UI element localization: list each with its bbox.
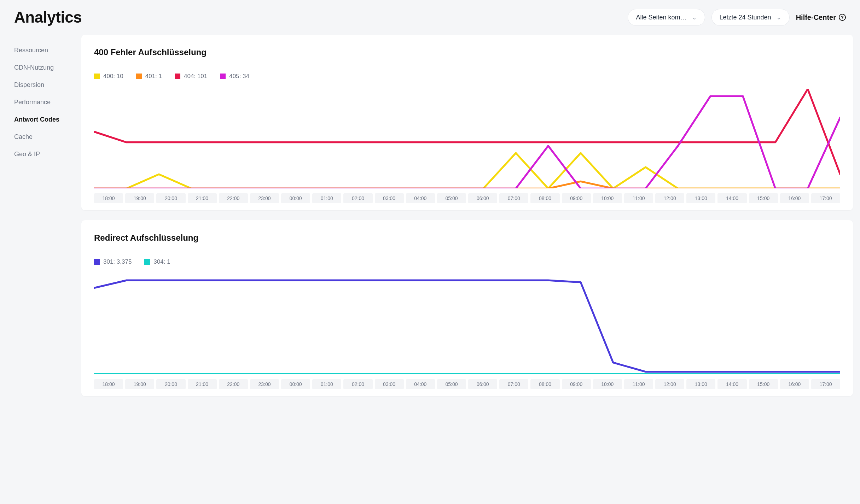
sidebar-item-ressourcen[interactable]: Ressourcen (14, 42, 71, 59)
chevron-down-icon: ⌄ (692, 13, 697, 21)
x-tick: 13:00 (686, 193, 715, 203)
time-filter-dropdown[interactable]: Letzte 24 Stunden ⌄ (711, 9, 790, 26)
x-tick: 00:00 (281, 193, 310, 203)
x-tick: 09:00 (562, 379, 591, 389)
chart-plot-area: 18:0019:0020:0021:0022:0023:0000:0001:00… (94, 275, 840, 389)
x-tick: 03:00 (375, 379, 404, 389)
x-tick: 13:00 (686, 379, 715, 389)
x-tick: 10:00 (593, 193, 622, 203)
x-tick: 05:00 (437, 379, 466, 389)
chevron-down-icon: ⌄ (776, 13, 781, 21)
x-tick: 16:00 (780, 379, 809, 389)
legend-label: 401: 1 (145, 73, 162, 80)
main-content: 400 Fehler Aufschlüsselung 400: 10401: 1… (81, 35, 853, 396)
question-icon: ? (839, 14, 846, 21)
chart-title: 400 Fehler Aufschlüsselung (94, 47, 840, 57)
x-tick: 15:00 (749, 379, 778, 389)
x-tick: 01:00 (312, 193, 341, 203)
x-tick: 22:00 (219, 379, 248, 389)
x-tick: 15:00 (749, 193, 778, 203)
sidebar-item-cache[interactable]: Cache (14, 128, 71, 146)
x-tick: 06:00 (468, 193, 497, 203)
chart-card-400-errors: 400 Fehler Aufschlüsselung 400: 10401: 1… (81, 35, 853, 210)
x-tick: 18:00 (94, 193, 123, 203)
page-title: Analytics (14, 8, 82, 26)
help-center-link[interactable]: Hilfe-Center ? (796, 13, 846, 22)
sidebar-item-antwort-codes[interactable]: Antwort Codes (14, 111, 71, 128)
legend-label: 404: 101 (184, 73, 207, 80)
legend-swatch (220, 74, 226, 79)
x-tick: 14:00 (717, 379, 746, 389)
sidebar-item-cdn-nutzung[interactable]: CDN-Nutzung (14, 59, 71, 76)
x-tick: 14:00 (717, 193, 746, 203)
legend-label: 405: 34 (229, 73, 249, 80)
chart-title: Redirect Aufschlüsselung (94, 233, 840, 243)
x-tick: 10:00 (593, 379, 622, 389)
x-tick: 07:00 (499, 379, 528, 389)
x-tick: 21:00 (188, 193, 217, 203)
x-tick: 12:00 (655, 379, 684, 389)
x-tick: 05:00 (437, 193, 466, 203)
legend-label: 301: 3,375 (103, 258, 132, 265)
legend-swatch (136, 74, 142, 79)
chart-legend: 400: 10401: 1404: 101405: 34 (94, 73, 840, 80)
sidebar: RessourcenCDN-NutzungDispersionPerforman… (7, 35, 74, 396)
x-axis: 18:0019:0020:0021:0022:0023:0000:0001:00… (94, 193, 840, 203)
legend-label: 400: 10 (103, 73, 123, 80)
x-tick: 16:00 (780, 193, 809, 203)
x-tick: 08:00 (530, 193, 559, 203)
legend-item[interactable]: 304: 1 (144, 258, 170, 265)
x-tick: 23:00 (250, 193, 279, 203)
x-tick: 06:00 (468, 379, 497, 389)
chart-legend: 301: 3,375304: 1 (94, 258, 840, 265)
pages-filter-dropdown[interactable]: Alle Seiten kom… ⌄ (628, 9, 705, 26)
legend-swatch (175, 74, 180, 79)
x-tick: 11:00 (624, 379, 653, 389)
x-tick: 09:00 (562, 193, 591, 203)
sidebar-item-performance[interactable]: Performance (14, 94, 71, 111)
x-tick: 03:00 (375, 193, 404, 203)
legend-item[interactable]: 400: 10 (94, 73, 123, 80)
legend-item[interactable]: 405: 34 (220, 73, 249, 80)
line-chart (94, 89, 840, 188)
legend-item[interactable]: 301: 3,375 (94, 258, 132, 265)
legend-item[interactable]: 401: 1 (136, 73, 162, 80)
series-line-400 (94, 153, 840, 188)
pages-filter-label: Alle Seiten kom… (636, 14, 686, 21)
chart-plot-area: 18:0019:0020:0021:0022:0023:0000:0001:00… (94, 89, 840, 203)
sidebar-item-geo-ip[interactable]: Geo & IP (14, 146, 71, 163)
x-tick: 12:00 (655, 193, 684, 203)
x-tick: 02:00 (343, 379, 372, 389)
x-tick: 17:00 (811, 379, 840, 389)
x-tick: 19:00 (125, 379, 154, 389)
legend-item[interactable]: 404: 101 (175, 73, 207, 80)
x-tick: 18:00 (94, 379, 123, 389)
x-tick: 04:00 (406, 379, 435, 389)
x-tick: 21:00 (188, 379, 217, 389)
line-chart (94, 275, 840, 374)
legend-swatch (94, 259, 100, 265)
legend-label: 304: 1 (153, 258, 170, 265)
series-line-401 (94, 181, 840, 188)
x-tick: 17:00 (811, 193, 840, 203)
x-tick: 19:00 (125, 193, 154, 203)
x-tick: 23:00 (250, 379, 279, 389)
x-tick: 08:00 (530, 379, 559, 389)
legend-swatch (144, 259, 150, 265)
time-filter-label: Letzte 24 Stunden (720, 14, 771, 21)
x-tick: 11:00 (624, 193, 653, 203)
x-axis: 18:0019:0020:0021:0022:0023:0000:0001:00… (94, 379, 840, 389)
x-tick: 07:00 (499, 193, 528, 203)
x-tick: 00:00 (281, 379, 310, 389)
series-line-301 (94, 281, 840, 372)
x-tick: 22:00 (219, 193, 248, 203)
help-center-label: Hilfe-Center (796, 13, 836, 22)
x-tick: 01:00 (312, 379, 341, 389)
x-tick: 02:00 (343, 193, 372, 203)
x-tick: 20:00 (156, 193, 185, 203)
chart-card-redirect: Redirect Aufschlüsselung 301: 3,375304: … (81, 220, 853, 396)
sidebar-item-dispersion[interactable]: Dispersion (14, 76, 71, 94)
series-line-404 (94, 89, 840, 174)
legend-swatch (94, 74, 100, 79)
header-controls: Alle Seiten kom… ⌄ Letzte 24 Stunden ⌄ H… (628, 9, 846, 26)
